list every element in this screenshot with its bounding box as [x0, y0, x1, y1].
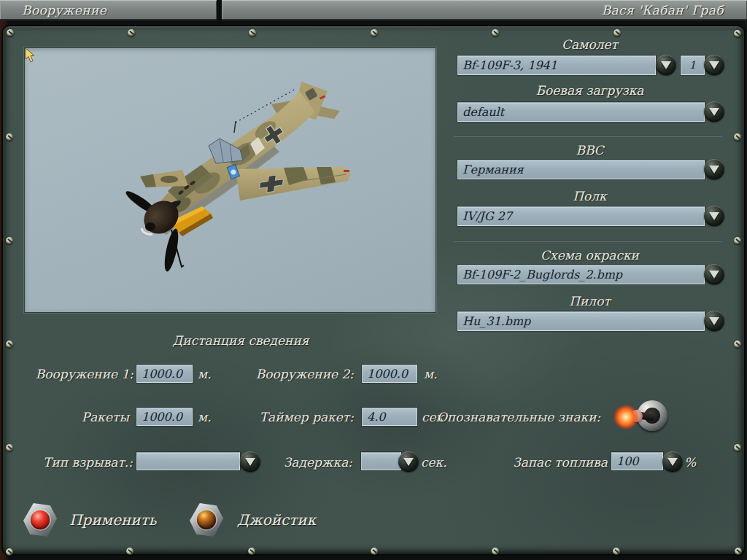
- regiment-dropdown-icon[interactable]: [704, 206, 724, 226]
- paint-scheme-dropdown-icon[interactable]: [704, 264, 724, 284]
- screw-icon: [734, 237, 741, 244]
- apply-label: Применить: [69, 511, 157, 529]
- rockets-unit: м.: [198, 410, 212, 424]
- loadout-dropdown-icon[interactable]: [704, 101, 724, 122]
- screw-icon: [492, 29, 499, 36]
- aircraft-render: [25, 48, 434, 311]
- weapon2-unit: м.: [424, 367, 438, 381]
- weapon1-input[interactable]: [136, 365, 193, 383]
- screw-icon: [734, 444, 741, 451]
- aircraft-select[interactable]: Bf-109F-3, 1941: [457, 55, 656, 75]
- weapon1-label: Вооружение 1:: [22, 367, 133, 381]
- rockets-input[interactable]: [136, 408, 193, 426]
- markings-toggle[interactable]: [610, 400, 676, 433]
- fuel-dropdown-icon[interactable]: [662, 451, 683, 472]
- screw-icon: [371, 548, 378, 555]
- paint-scheme-label: Схема окраски: [457, 248, 722, 262]
- airforce-label: ВВС: [457, 143, 722, 158]
- tab-armament[interactable]: Вооружение: [0, 0, 217, 20]
- regiment-select[interactable]: IV/JG 27: [457, 206, 705, 226]
- divider: [454, 241, 722, 242]
- player-name: Вася 'Кабан' Граб: [602, 3, 724, 18]
- aircraft-dropdown-icon[interactable]: [656, 55, 676, 75]
- screw-icon: [128, 29, 135, 36]
- fuel-input[interactable]: [611, 452, 663, 470]
- markings-label: Опознавательные знаки:: [437, 410, 600, 424]
- weapon2-input[interactable]: [362, 365, 417, 383]
- airforce-select[interactable]: Германия: [457, 160, 705, 179]
- regiment-label: Полк: [457, 189, 722, 203]
- fuse-type-select[interactable]: [136, 452, 240, 470]
- screw-icon: [248, 548, 255, 555]
- joystick-label: Джойстик: [237, 511, 316, 529]
- armament-tab-label: Вооружение: [22, 3, 107, 18]
- rocket-timer-input[interactable]: [362, 408, 417, 426]
- weapon1-unit: м.: [198, 367, 212, 381]
- aircraft-preview[interactable]: [24, 47, 436, 313]
- screw-icon: [613, 548, 620, 555]
- weapon2-label: Вооружение 2:: [241, 367, 354, 381]
- joystick-button[interactable]: [190, 502, 223, 537]
- screw-icon: [734, 341, 741, 348]
- airforce-dropdown-icon[interactable]: [704, 159, 724, 179]
- paint-scheme-select[interactable]: Bf-109F-2_Buglords_2.bmp: [457, 265, 705, 284]
- delay-dropdown-icon[interactable]: [398, 451, 419, 472]
- loadout-select[interactable]: default: [457, 102, 705, 122]
- screw-icon: [249, 29, 256, 36]
- aircraft-count-field[interactable]: 1: [681, 55, 705, 75]
- screw-icon: [735, 548, 742, 555]
- screw-icon: [6, 548, 13, 556]
- aircraft-label: Самолет: [457, 37, 722, 52]
- screw-icon: [6, 237, 13, 244]
- pilot-skin-label: Пилот: [457, 294, 722, 308]
- rockets-label: Ракеты: [44, 410, 129, 424]
- toggle-knob-icon: [630, 410, 643, 422]
- apply-button[interactable]: [23, 502, 57, 537]
- convergence-title: Дистанция сведения: [95, 333, 387, 348]
- player-name-bar: Вася 'Кабан' Граб: [222, 0, 747, 20]
- aircraft-count-dropdown-icon[interactable]: [704, 55, 724, 75]
- delay-input[interactable]: [361, 452, 401, 470]
- screw-icon: [492, 548, 499, 555]
- fuel-label: Запас топлива: [506, 455, 608, 470]
- screw-icon: [7, 29, 14, 36]
- screw-icon: [6, 133, 13, 141]
- pilot-skin-select[interactable]: Hu_31.bmp: [457, 311, 705, 331]
- fuse-type-dropdown-icon[interactable]: [240, 451, 260, 472]
- cursor-icon: [25, 48, 36, 63]
- loadout-label: Боевая загрузка: [457, 83, 722, 98]
- delay-label: Задержка:: [263, 455, 352, 470]
- rocket-timer-label: Таймер ракет:: [241, 410, 354, 424]
- screw-icon: [734, 30, 741, 37]
- screw-icon: [371, 29, 378, 36]
- apply-button-dome-icon: [31, 510, 50, 529]
- screw-icon: [126, 548, 133, 555]
- screw-icon: [6, 341, 13, 348]
- fuel-unit: %: [684, 455, 696, 470]
- joystick-button-dome-icon: [197, 510, 216, 529]
- delay-unit: сек.: [421, 455, 447, 470]
- pilot-skin-dropdown-icon[interactable]: [704, 311, 724, 331]
- screw-icon: [6, 444, 13, 451]
- fuse-type-label: Тип взрыват.:: [22, 455, 133, 470]
- screw-icon: [614, 29, 621, 36]
- divider: [454, 136, 722, 137]
- screw-icon: [734, 133, 741, 141]
